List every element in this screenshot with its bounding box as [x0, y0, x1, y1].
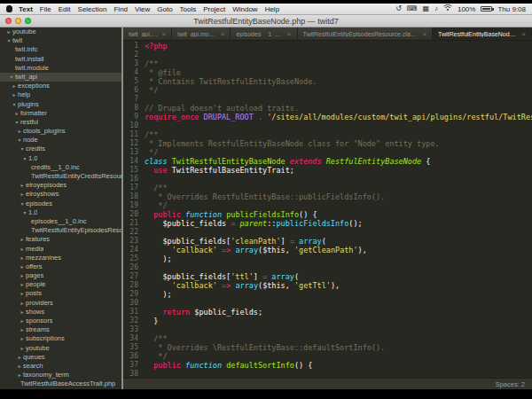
- disclosure-collapsed-icon[interactable]: ▸: [19, 299, 26, 308]
- tree-item-search[interactable]: ▸search: [0, 362, 121, 371]
- indent-status[interactable]: Spaces: 2: [496, 380, 525, 388]
- disclosure-collapsed-icon[interactable]: ▸: [19, 181, 26, 190]
- tree-item-node[interactable]: ▾node: [0, 136, 121, 145]
- disclosure-collapsed-icon[interactable]: ▸: [16, 362, 23, 371]
- menu-item-edit[interactable]: Edit: [55, 5, 74, 13]
- minimize-window-button[interactable]: [15, 18, 21, 24]
- close-tab-icon[interactable]: ×: [422, 30, 426, 38]
- disclosure-open-icon[interactable]: ▾: [21, 208, 28, 217]
- zoom-window-button[interactable]: [25, 18, 31, 24]
- disclosure-collapsed-icon[interactable]: ▸: [19, 271, 26, 280]
- tab-TwitRestfulEntityBaseNode.php[interactable]: TwitRestfulEntityBaseNode.php×: [433, 27, 532, 40]
- tree-item-pages[interactable]: ▸pages: [0, 271, 121, 280]
- disclosure-collapsed-icon[interactable]: ▸: [5, 27, 12, 36]
- close-tab-icon[interactable]: ×: [221, 30, 225, 38]
- menu-item-help[interactable]: Help: [262, 5, 283, 13]
- disclosure-collapsed-icon[interactable]: ▸: [19, 235, 26, 244]
- menu-item-project[interactable]: Project: [200, 5, 229, 13]
- menu-item-selection[interactable]: Selection: [74, 5, 111, 13]
- disclosure-collapsed-icon[interactable]: ▸: [19, 190, 26, 199]
- tree-item-TwitRestfulEntityCreditsResource.class.php[interactable]: TwitRestfulEntityCreditsResource.class.p…: [0, 172, 121, 181]
- disclosure-collapsed-icon[interactable]: ▸: [19, 308, 26, 317]
- tree-item-1.0[interactable]: ▾1.0: [0, 208, 121, 217]
- disclosure-collapsed-icon[interactable]: ▸: [16, 353, 23, 362]
- tree-item-exceptions[interactable]: ▸exceptions: [0, 82, 121, 90]
- disclosure-collapsed-icon[interactable]: ▸: [19, 245, 26, 254]
- close-window-button[interactable]: [5, 18, 12, 24]
- tree-item-shows[interactable]: ▸shows: [0, 308, 121, 317]
- tree-item-people[interactable]: ▸people: [0, 280, 121, 289]
- tree-item-elroyshows[interactable]: ▸elroyshows: [0, 190, 121, 199]
- disclosure-collapsed-icon[interactable]: ▸: [13, 109, 20, 118]
- tab-twit_api.module[interactable]: twit_api.module×: [172, 27, 231, 40]
- tree-item-credits[interactable]: ▾credits: [0, 145, 121, 153]
- menu-item-goto[interactable]: Goto: [153, 5, 176, 13]
- tree-item-subscriptions[interactable]: ▸subscriptions: [0, 334, 121, 343]
- disclosure-collapsed-icon[interactable]: ▸: [19, 289, 26, 298]
- disclosure-open-icon[interactable]: ▾: [16, 136, 23, 145]
- tree-item-help[interactable]: ▸help: [0, 90, 121, 99]
- disclosure-open-icon[interactable]: ▾: [21, 154, 28, 163]
- volume-icon[interactable]: ♪: [434, 5, 438, 12]
- disclosure-open-icon[interactable]: ▾: [13, 118, 20, 127]
- disclosure-collapsed-icon[interactable]: ▸: [19, 325, 26, 334]
- disclosure-open-icon[interactable]: ▾: [8, 73, 15, 82]
- tree-item-credits__1_0.inc[interactable]: credits__1_0.inc: [0, 163, 121, 172]
- tree-item-taxonomy_term[interactable]: ▸taxonomy_term: [0, 371, 121, 379]
- display-icon[interactable]: ▦: [422, 5, 429, 12]
- disclosure-open-icon[interactable]: ▾: [19, 200, 26, 208]
- tree-item-youtube[interactable]: ▸youtube: [0, 344, 121, 353]
- disclosure-collapsed-icon[interactable]: ▸: [19, 317, 26, 325]
- tree-item-youtube[interactable]: ▸youtube: [0, 27, 121, 36]
- disclosure-open-icon[interactable]: ▾: [5, 36, 12, 45]
- menu-item-tools[interactable]: Tools: [176, 5, 200, 13]
- tree-item-offers[interactable]: ▸offers: [0, 262, 121, 271]
- tree-item-twit.install[interactable]: twit.install: [0, 55, 121, 64]
- disclosure-collapsed-icon[interactable]: ▸: [19, 262, 26, 271]
- tree-item-twit_api[interactable]: ▾twit_api: [0, 73, 121, 82]
- tab-episodes__1_0.inc[interactable]: episodes__1_0.inc×: [231, 27, 297, 40]
- menu-item-view[interactable]: View: [131, 5, 153, 13]
- disclosure-open-icon[interactable]: ▾: [19, 145, 26, 153]
- tree-item-episodes__1_0.inc[interactable]: episodes__1_0.inc: [0, 217, 121, 226]
- keyboard-icon[interactable]: ⌨: [407, 5, 418, 12]
- tree-item-features[interactable]: ▸features: [0, 235, 121, 244]
- menu-item-text[interactable]: Text: [15, 5, 36, 13]
- tree-item-TwitRestfulEntityEpisodesResource.class.php[interactable]: TwitRestfulEntityEpisodesResource.class.…: [0, 226, 121, 235]
- close-tab-icon[interactable]: ×: [521, 30, 526, 38]
- tree-item-queues[interactable]: ▸queues: [0, 353, 121, 362]
- tree-item-posts[interactable]: ▸posts: [0, 289, 121, 298]
- tree-item-media[interactable]: ▸media: [0, 245, 121, 254]
- tree-item-restful[interactable]: ▾restful: [0, 118, 121, 127]
- disclosure-collapsed-icon[interactable]: ▸: [16, 127, 23, 136]
- tree-item-providers[interactable]: ▸providers: [0, 299, 121, 308]
- tab-twit_api.info[interactable]: twit_api.info×: [123, 27, 172, 40]
- tree-item-elroyepisodes[interactable]: ▸elroyepisodes: [0, 181, 121, 190]
- tree-item-streams[interactable]: ▸streams: [0, 325, 121, 334]
- tree-item-1.0[interactable]: ▾1.0: [0, 154, 121, 163]
- tree-item-formatter[interactable]: ▸formatter: [0, 109, 121, 118]
- apple-menu-icon[interactable]: [6, 5, 12, 12]
- disclosure-collapsed-icon[interactable]: ▸: [19, 254, 26, 262]
- menu-item-file[interactable]: File: [36, 5, 55, 13]
- window-titlebar[interactable]: TwitRestfulEntityBaseNode.php — twitd7: [0, 15, 532, 27]
- tree-item-mezzanines[interactable]: ▸mezzanines: [0, 254, 121, 262]
- disclosure-collapsed-icon[interactable]: ▸: [19, 280, 26, 289]
- tab-TwitRestfulEntityEpisodesResource.class.php[interactable]: TwitRestfulEntityEpisodesResource.class.…: [298, 27, 434, 40]
- disclosure-collapsed-icon[interactable]: ▸: [16, 371, 23, 379]
- code-area[interactable]: 1<?php23/**4 * @file5 * Contains TwitRes…: [123, 41, 532, 378]
- disclosure-collapsed-icon[interactable]: ▸: [11, 90, 18, 99]
- tree-item-plugins[interactable]: ▾plugins: [0, 100, 121, 109]
- menu-item-find[interactable]: Find: [110, 5, 131, 13]
- menu-item-window[interactable]: Window: [229, 5, 261, 13]
- tree-item-sponsors[interactable]: ▸sponsors: [0, 317, 121, 325]
- tree-item-twit[interactable]: ▾twit: [0, 36, 121, 45]
- battery-icon[interactable]: [481, 6, 492, 12]
- time-machine-icon[interactable]: ↺: [395, 5, 402, 12]
- tree-item-twit.info[interactable]: twit.info: [0, 45, 121, 54]
- disclosure-open-icon[interactable]: ▾: [11, 100, 18, 109]
- disclosure-collapsed-icon[interactable]: ▸: [19, 334, 26, 343]
- tree-item-episodes[interactable]: ▾episodes: [0, 200, 121, 208]
- disclosure-collapsed-icon[interactable]: ▸: [19, 344, 26, 353]
- close-tab-icon[interactable]: ×: [162, 30, 167, 38]
